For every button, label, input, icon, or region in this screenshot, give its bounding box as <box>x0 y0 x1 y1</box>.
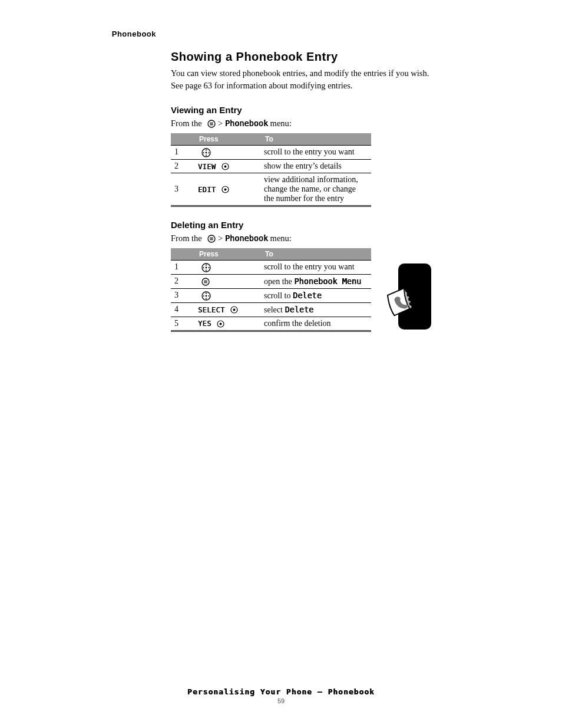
svg-marker-31 <box>205 298 207 299</box>
to-screen-label: Delete <box>293 291 322 300</box>
table-row: 1 scroll to the entry you want <box>171 146 371 160</box>
to-cell: scroll to Delete <box>260 288 371 302</box>
subheading-viewing: Viewing an Entry <box>171 105 430 115</box>
step-number: 1 <box>171 146 194 160</box>
steps-table-2: Press To 1 scroll to the entry you want … <box>171 248 371 332</box>
to-cell: scroll to the entry you want <box>260 146 371 160</box>
manual-page: Phonebook Showing a Phonebook Entry You … <box>0 0 562 728</box>
press-cell <box>194 274 260 288</box>
svg-marker-23 <box>209 266 210 268</box>
svg-point-37 <box>220 323 222 325</box>
col-blank <box>171 133 194 146</box>
press-cell <box>194 288 260 302</box>
lead-menu-label: Phonebook <box>225 233 268 243</box>
col-press: Press <box>194 248 260 261</box>
press-cell: SELECT <box>194 302 260 317</box>
to-cell: confirm the deletion <box>260 317 371 331</box>
svg-marker-30 <box>205 292 207 294</box>
press-cell <box>194 260 260 274</box>
table-row: 3 EDIT view additional information, chan… <box>171 173 371 206</box>
steps-table-1: Press To 1 scroll to the entry you want … <box>171 133 371 207</box>
lead-menu-label: Phonebook <box>225 118 268 128</box>
intro-paragraph: You can view stored phonebook entries, a… <box>171 67 430 92</box>
press-cell: YES <box>194 317 260 331</box>
to-cell: show the entry’s details <box>260 159 371 173</box>
dpad-icon <box>201 291 211 301</box>
press-cell: VIEW <box>194 159 260 173</box>
step-number: 1 <box>171 260 194 274</box>
col-to: To <box>260 133 371 146</box>
softkey-label: VIEW <box>198 163 216 171</box>
svg-point-29 <box>206 295 207 297</box>
svg-marker-22 <box>203 266 204 268</box>
section-heading: Showing a Phonebook Entry <box>171 50 430 64</box>
svg-point-35 <box>233 309 236 311</box>
menu-icon <box>207 235 216 243</box>
step-number: 2 <box>171 274 194 288</box>
softkey-icon <box>230 306 238 314</box>
to-cell: scroll to the entry you want <box>260 260 371 274</box>
col-blank <box>171 248 194 261</box>
to-text-prefix: open the <box>264 277 294 286</box>
svg-marker-33 <box>209 295 210 297</box>
svg-point-11 <box>224 166 227 168</box>
svg-marker-20 <box>205 264 207 265</box>
table-row: 2 VIEW show the entry’s details <box>171 159 371 173</box>
lead-suffix: menu: <box>268 118 292 128</box>
svg-point-13 <box>224 189 227 191</box>
svg-marker-21 <box>205 269 207 271</box>
svg-point-5 <box>206 151 207 153</box>
to-screen-label: Delete <box>285 305 313 314</box>
steps-lead-2: From the > Phonebook menu: <box>171 232 430 245</box>
to-cell: view additional information, change the … <box>260 173 371 206</box>
menu-icon <box>207 120 216 128</box>
softkey-label: SELECT <box>198 306 225 314</box>
softkey-icon <box>217 320 224 328</box>
table-row: 4 SELECT select Delete <box>171 302 371 317</box>
to-text-prefix: select <box>264 305 285 314</box>
footer-title: Personalising Your Phone — Phonebook <box>0 687 562 696</box>
softkey-label: EDIT <box>198 186 216 194</box>
step-number: 5 <box>171 317 194 331</box>
svg-marker-7 <box>205 155 207 156</box>
svg-point-19 <box>206 266 207 268</box>
to-cell: open the Phonebook Menu <box>260 274 371 288</box>
svg-marker-6 <box>205 149 207 150</box>
svg-marker-8 <box>203 151 204 153</box>
margin-running-head: Phonebook <box>100 28 156 39</box>
to-cell: select Delete <box>260 302 371 317</box>
table-row: 5 YES confirm the deletion <box>171 317 371 331</box>
step-number: 3 <box>171 173 194 206</box>
table-header-row: Press To <box>171 133 371 146</box>
lead-suffix: menu: <box>268 233 292 243</box>
page-footer: Personalising Your Phone — Phonebook 59 <box>0 687 562 704</box>
dpad-icon <box>201 148 211 157</box>
press-cell <box>194 146 260 160</box>
svg-marker-32 <box>203 295 204 297</box>
to-text-prefix: scroll to <box>264 291 293 300</box>
to-screen-label: Phonebook Menu <box>294 276 361 286</box>
step-number: 4 <box>171 302 194 317</box>
svg-marker-9 <box>209 151 210 153</box>
table-header-row: Press To <box>171 248 371 261</box>
softkey-icon <box>222 163 229 170</box>
col-to: To <box>260 248 371 261</box>
table-row: 1 scroll to the entry you want <box>171 260 371 274</box>
phone-illustration <box>383 263 436 334</box>
subheading-deleting: Deleting an Entry <box>171 220 430 230</box>
steps-lead-1: From the > Phonebook menu: <box>171 117 430 130</box>
lead-prefix: From the <box>171 118 204 128</box>
softkey-icon <box>222 186 229 193</box>
table-row: 3 scroll to Delete <box>171 288 371 302</box>
step-number: 3 <box>171 288 194 302</box>
table-row: 2 open the Phonebook Menu <box>171 274 371 288</box>
dpad-icon <box>201 263 211 272</box>
col-press: Press <box>194 133 260 146</box>
menu-icon <box>201 278 210 286</box>
footer-page-number: 59 <box>0 697 562 704</box>
step-number: 2 <box>171 159 194 173</box>
softkey-label: YES <box>198 319 211 328</box>
press-cell: EDIT <box>194 173 260 206</box>
lead-prefix: From the <box>171 233 204 243</box>
running-head-text: Phonebook <box>112 29 156 38</box>
